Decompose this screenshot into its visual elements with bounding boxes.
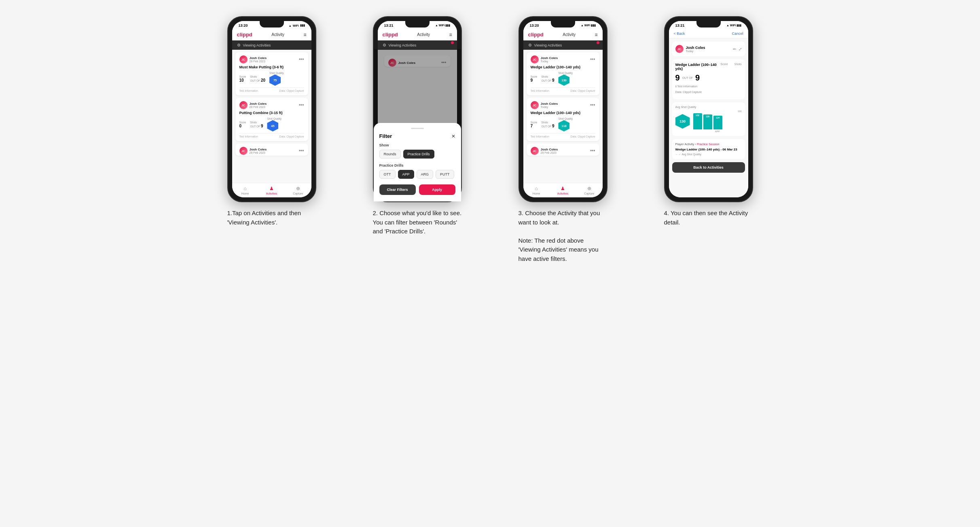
shots-val-3-2: 9 — [552, 124, 555, 128]
user-name-1-3: Josh Coles — [250, 148, 267, 151]
back-button-4[interactable]: < Back — [674, 32, 685, 36]
more-dots-1-3[interactable]: ••• — [299, 148, 304, 154]
nav-capture-3[interactable]: ⊕ Capture — [576, 186, 602, 195]
drill-arg-2[interactable]: ARG — [417, 170, 434, 179]
hamburger-menu-3[interactable]: ≡ — [595, 32, 597, 38]
filter-bar-2[interactable]: ⚙ Viewing Activities — [378, 40, 457, 50]
caption-4: 4. You can then see the Activity detail. — [664, 209, 753, 227]
drill-ott-2[interactable]: OTT — [379, 170, 396, 179]
nav-home-1[interactable]: ⌂ Home — [232, 186, 258, 195]
phone-1: 13:20 ▲ WiFi ▮▮▮ clippd Activity ≡ ⚙ V — [227, 16, 316, 202]
avatar-1-2: JC — [239, 101, 248, 109]
score-block-1-1: Score 10 — [239, 75, 246, 83]
phone-4: 13:21 ▲ WiFi ▮▮▮ < Back Cancel JC — [664, 16, 753, 202]
user-row-1-3: JC Josh Coles 28 Feb 2023 ••• — [239, 147, 304, 155]
shots-block-1-2: Shots OUT OF 9 — [250, 121, 263, 128]
wedge-title-4: Wedge Ladder (100–140 yds) — [675, 63, 721, 71]
modal-actions-2: Clear Filters Apply — [379, 184, 455, 195]
expand-icon-4[interactable]: ⤢ — [739, 47, 742, 51]
hamburger-menu-1[interactable]: ≡ — [303, 32, 306, 38]
activity-title-3-1: Wedge Ladder (100–140 yds) — [531, 65, 595, 69]
test-info-1-1: Test Information — [239, 89, 258, 92]
activity-item-1-1[interactable]: JC Josh Coles 28 Feb 2023 ••• Must Make … — [235, 52, 308, 95]
score-block-3-2: Score 7 — [531, 121, 538, 128]
detail-action-icons-4: ✏ ⤢ — [733, 47, 742, 51]
apply-button-2[interactable]: Apply — [419, 184, 455, 195]
filter-bar-1[interactable]: ⚙ Viewing Activities — [232, 40, 311, 50]
activity-footer-1-2: Test Information Data: Clippd Capture — [239, 133, 304, 138]
shot-quality-hex-1-1: 75 — [269, 74, 281, 86]
detail-user-info-4: JC Josh Coles Today — [675, 45, 705, 53]
nav-activities-3[interactable]: ♟ Activities — [550, 186, 576, 195]
screen-3: 13:20 ▲ WiFi ▮▮▮ clippd Activity ≡ ⚙ Vie… — [523, 21, 603, 197]
activity-list-1: JC Josh Coles 28 Feb 2023 ••• Must Make … — [232, 50, 311, 183]
test-info-3-1: Test Information — [531, 89, 549, 92]
nav-home-label-1: Home — [241, 192, 249, 195]
user-info-3-1: JC Josh Coles Today — [531, 55, 558, 63]
cancel-button-4[interactable]: Cancel — [732, 32, 743, 36]
user-info-3-2: JC Josh Coles Today — [531, 101, 558, 109]
notch-1 — [260, 21, 284, 28]
info-text-4: ℹ Test Information — [675, 85, 742, 88]
detail-wedge-section-4: Wedge Ladder (100–140 yds) Score Shots 9… — [672, 59, 745, 99]
app-header-3: clippd Activity ≡ — [523, 29, 603, 40]
nav-capture-label-3: Capture — [584, 192, 594, 195]
session-type-4[interactable]: Practice Session — [697, 142, 720, 146]
activity-item-3-1[interactable]: JC Josh Coles Today ••• Wedge Ladder (10… — [527, 52, 599, 95]
hamburger-menu-2[interactable]: ≡ — [449, 32, 452, 38]
screen-4: 13:21 ▲ WiFi ▮▮▮ < Back Cancel JC — [669, 21, 748, 197]
filter-label-2: Viewing Activities — [389, 43, 417, 47]
clear-filters-button-2[interactable]: Clear Filters — [379, 184, 416, 195]
activity-item-3-2[interactable]: JC Josh Coles Today ••• Wedge Ladder (10… — [527, 98, 599, 141]
caption-1: 1.Tap on Activities and then 'Viewing Ac… — [227, 209, 316, 227]
detail-user-card-4: JC Josh Coles Today ✏ ⤢ — [672, 42, 745, 56]
detail-user-name-4: Josh Coles — [686, 46, 705, 50]
drill-app-2[interactable]: APP — [398, 170, 414, 179]
edit-icon-4[interactable]: ✏ — [733, 47, 736, 51]
more-dots-1-1[interactable]: ••• — [299, 57, 304, 62]
app-title-3: Activity — [563, 32, 576, 37]
activity-item-3-3[interactable]: JC Josh Coles 28 Feb 2023 ••• — [527, 144, 599, 156]
more-dots-3-1[interactable]: ••• — [590, 57, 595, 62]
chart-bars-4: 132 129 124 — [693, 113, 742, 129]
phone-section-1: 13:20 ▲ WiFi ▮▮▮ clippd Activity ≡ ⚙ V — [207, 16, 337, 263]
activity-item-1-3[interactable]: JC Josh Coles 28 Feb 2023 ••• — [235, 144, 308, 156]
nav-home-3[interactable]: ⌂ Home — [523, 186, 550, 195]
toggle-rounds-2[interactable]: Rounds — [379, 150, 401, 159]
user-row-3-2: JC Josh Coles Today ••• — [531, 101, 595, 109]
shotquality-block-1-1: Shot Quality 75 — [269, 72, 284, 86]
filter-bar-3[interactable]: ⚙ Viewing Activities — [523, 40, 603, 50]
more-dots-3-2[interactable]: ••• — [590, 102, 595, 108]
activity-item-1-2[interactable]: JC Josh Coles 28 Feb 2023 ••• Putting Co… — [235, 98, 308, 141]
shots-label-4: Shots — [734, 63, 742, 66]
bottom-nav-3: ⌂ Home ♟ Activities ⊕ Capture — [523, 183, 603, 197]
detail-avatar-4: JC — [675, 45, 684, 53]
activity-title-3-2: Wedge Ladder (100–140 yds) — [531, 111, 595, 115]
stats-row-1-1: Score 10 Shots OUT OF 20 — [239, 72, 304, 86]
user-name-1-1: Josh Coles — [250, 56, 267, 60]
session-avg-4: →→ Avg Shot Quality — [675, 153, 742, 156]
back-to-activities-button-4[interactable]: Back to Activities — [672, 162, 745, 173]
score-block-3-1: Score 9 — [531, 75, 538, 83]
drill-putt-2[interactable]: PUTT — [436, 170, 454, 179]
drill-group-2: OTT APP ARG PUTT — [379, 170, 455, 179]
caption-2: 2. Choose what you'd like to see. You ca… — [373, 209, 462, 236]
drills-label-2: Practice Drills — [379, 163, 455, 167]
avg-shot-section-4: Avg Shot Quality 130 130 132 — [672, 102, 745, 136]
data-capture-1-2: Data: Clippd Capture — [279, 135, 304, 138]
big-stats-4: 9 OUT OF 9 — [675, 73, 742, 83]
phone-section-3: 13:20 ▲ WiFi ▮▮▮ clippd Activity ≡ ⚙ Vie… — [498, 16, 628, 263]
user-name-3-2: Josh Coles — [541, 102, 558, 106]
score-val-3-2: 7 — [531, 124, 533, 128]
shot-quality-hex-3-2: 118 — [558, 120, 569, 131]
home-icon-1: ⌂ — [244, 186, 247, 191]
more-dots-1-2[interactable]: ••• — [299, 102, 304, 108]
data-capture-4: Data: Clippd Capture — [675, 91, 742, 93]
nav-activities-1[interactable]: ♟ Activities — [258, 186, 285, 195]
nav-capture-1[interactable]: ⊕ Capture — [285, 186, 311, 195]
toggle-drills-2[interactable]: Practice Drills — [403, 150, 434, 159]
modal-close-2[interactable]: ✕ — [451, 133, 455, 139]
modal-sheet-2: Filter ✕ Show Rounds Practice Drills Pra… — [378, 123, 457, 197]
user-date-1-1: 28 Feb 2023 — [250, 60, 267, 63]
user-date-3-1: Today — [541, 60, 558, 63]
